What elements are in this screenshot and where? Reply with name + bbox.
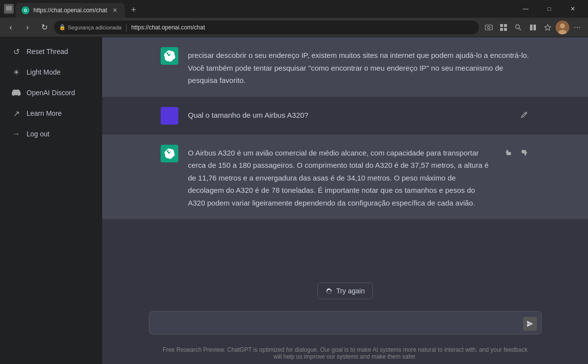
url-separator: | <box>125 24 127 31</box>
logout-label: Log out <box>27 130 50 138</box>
learn-more-label: Learn More <box>27 109 62 117</box>
svg-point-3 <box>488 26 490 28</box>
message-block-prev: precisar descobrir o seu endereço IP, ex… <box>102 37 588 97</box>
user-avatar[interactable] <box>556 21 569 34</box>
nav-right-buttons: ··· <box>482 21 584 34</box>
try-again-button[interactable]: Try again <box>317 283 373 299</box>
user-message-content: Qual o tamanho de um Airbus A320? <box>188 107 508 122</box>
retry-icon <box>326 287 333 294</box>
prev-message-content: precisar descobrir o seu endereço IP, ex… <box>188 47 530 87</box>
svg-marker-12 <box>545 25 551 30</box>
nav-bar: ‹ › ↻ 🔒 Segurança adicionada | https://c… <box>0 18 588 37</box>
favorites-button[interactable] <box>541 21 555 34</box>
send-button[interactable] <box>523 317 537 331</box>
reload-button[interactable]: ↻ <box>37 21 51 34</box>
sidebar-item-learn-more[interactable]: ↗ Learn More <box>4 103 98 124</box>
svg-rect-5 <box>504 24 507 27</box>
assistant-avatar-main <box>161 145 178 162</box>
svg-rect-7 <box>504 28 507 31</box>
try-again-bar: Try again <box>102 277 588 305</box>
assistant-avatar-prev <box>161 47 178 65</box>
security-label: Segurança adicionada <box>68 25 121 30</box>
message-inner-user: Qual o tamanho de um Airbus A320? <box>149 107 542 125</box>
svg-point-8 <box>516 25 520 28</box>
search-button[interactable] <box>511 21 525 34</box>
chat-input[interactable] <box>149 311 542 335</box>
thumbs-down-button[interactable] <box>518 147 530 158</box>
svg-rect-0 <box>6 6 12 10</box>
chat-area: precisar descobrir o seu endereço IP, ex… <box>102 37 588 364</box>
title-bar: G https://chat.openai.com/chat ✕ + — □ ✕ <box>0 0 588 18</box>
tab-section <box>4 4 14 14</box>
logout-icon: → <box>12 130 21 138</box>
reset-thread-label: Reset Thread <box>27 48 68 55</box>
svg-rect-6 <box>500 28 503 31</box>
sidebar: ↺ Reset Thread ☀ Light Mode OpenAI Disco… <box>0 37 102 364</box>
input-wrapper <box>149 311 542 337</box>
svg-rect-1 <box>6 10 12 12</box>
active-tab[interactable]: G https://chat.openai.com/chat ✕ <box>16 3 125 18</box>
sidebar-item-light-mode[interactable]: ☀ Light Mode <box>4 62 98 82</box>
try-again-label: Try again <box>336 287 365 295</box>
reader-button[interactable] <box>526 21 540 34</box>
message-inner-prev: precisar descobrir o seu endereço IP, ex… <box>149 47 542 87</box>
maximize-button[interactable]: □ <box>538 0 560 18</box>
screenshot-button[interactable] <box>482 21 496 34</box>
security-icon: 🔒 <box>59 24 66 31</box>
discord-icon <box>12 88 21 97</box>
url-text: https://chat.openai.com/chat <box>131 24 205 31</box>
window-controls: — □ ✕ <box>514 0 584 18</box>
window-icon <box>4 4 14 14</box>
discord-label: OpenAI Discord <box>27 89 75 97</box>
svg-rect-10 <box>530 25 532 30</box>
user-avatar-msg <box>161 107 178 125</box>
message-inner-assistant: O Airbus A320 é um avião comercial de mé… <box>149 145 542 209</box>
tab-bar: G https://chat.openai.com/chat ✕ + <box>16 0 512 18</box>
input-area <box>102 305 588 342</box>
footer-text: Free Research Preview. ChatGPT is optimi… <box>149 342 542 364</box>
learn-more-icon: ↗ <box>12 109 21 118</box>
svg-rect-4 <box>500 24 503 27</box>
svg-rect-11 <box>533 25 536 30</box>
edit-message-button[interactable] <box>518 109 530 121</box>
forward-button[interactable]: › <box>21 21 34 34</box>
address-bar[interactable]: 🔒 Segurança adicionada | https://chat.op… <box>54 21 479 34</box>
grid-button[interactable] <box>497 21 510 34</box>
svg-line-9 <box>519 28 521 30</box>
minimize-button[interactable]: — <box>514 0 537 18</box>
back-button[interactable]: ‹ <box>4 21 18 34</box>
user-message-actions <box>518 107 530 121</box>
message-block-user: Qual o tamanho de um Airbus A320? <box>102 97 588 135</box>
assistant-message-actions <box>503 145 530 158</box>
reset-thread-icon: ↺ <box>12 47 21 56</box>
send-icon <box>527 320 533 327</box>
menu-button[interactable]: ··· <box>570 21 584 34</box>
message-block-assistant: O Airbus A320 é um avião comercial de mé… <box>102 135 588 220</box>
sidebar-item-reset-thread[interactable]: ↺ Reset Thread <box>4 41 98 62</box>
light-mode-label: Light Mode <box>27 68 60 76</box>
sidebar-item-discord[interactable]: OpenAI Discord <box>4 82 98 103</box>
close-button[interactable]: ✕ <box>561 0 584 18</box>
main-layout: ↺ Reset Thread ☀ Light Mode OpenAI Disco… <box>0 37 588 364</box>
sidebar-item-logout[interactable]: → Log out <box>4 124 98 144</box>
messages-container[interactable]: precisar descobrir o seu endereço IP, ex… <box>102 37 588 277</box>
svg-point-14 <box>560 24 565 28</box>
new-tab-button[interactable]: + <box>127 3 140 17</box>
tab-favicon: G <box>22 6 29 14</box>
thumbs-up-button[interactable] <box>503 147 514 158</box>
svg-rect-2 <box>485 25 492 30</box>
assistant-message-content: O Airbus A320 é um avião comercial de mé… <box>188 145 493 209</box>
security-badge: 🔒 Segurança adicionada <box>59 24 121 31</box>
tab-close-button[interactable]: ✕ <box>111 6 119 14</box>
tab-title: https://chat.openai.com/chat <box>33 7 107 14</box>
light-mode-icon: ☀ <box>12 68 21 77</box>
